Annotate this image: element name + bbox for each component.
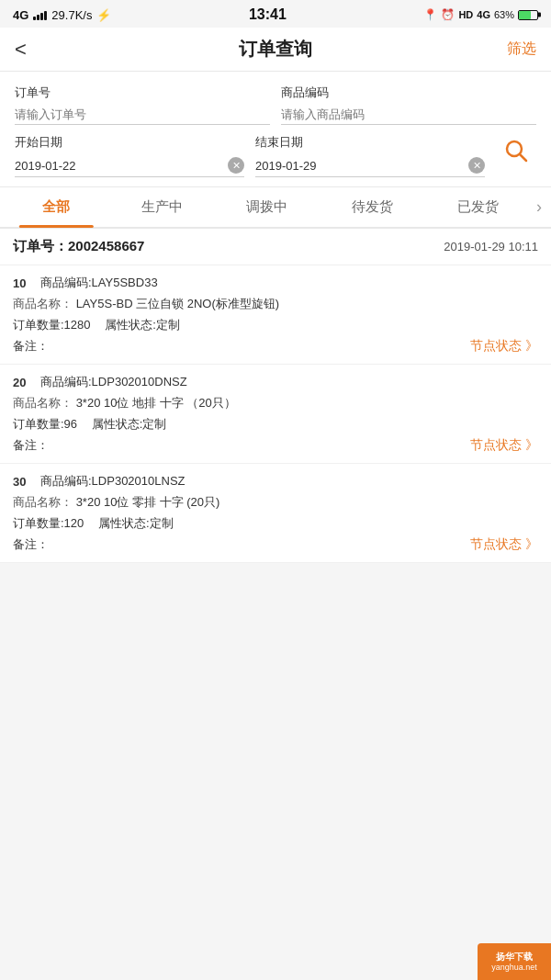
item-seq: 20 [13,376,33,389]
order-item: 10 商品编码:LAY5SBD33 商品名称： LAY5S-BD 三位自锁 2N… [0,265,551,365]
battery-icon [518,10,538,20]
location-icon: 📍 [423,8,437,21]
watermark: 扬华下载 yanghua.net [478,943,551,980]
tab-producing[interactable]: 生产中 [109,188,215,226]
item-name-label: 商品名称： [13,297,73,310]
item-attr-label: 属性状态:定制 [98,516,174,530]
order-card: 订单号：2002458667 2019-01-29 10:11 10 商品编码:… [0,229,551,563]
item-name-row: 商品名称： 3*20 10位 零排 十字 (20只) [13,494,538,511]
item-qty-row: 订单数量:1280 属性状态:定制 [13,317,538,333]
item-name-value: 3*20 10位 地排 十字 （20只） [76,396,236,410]
tab-shipped[interactable]: 已发货 [425,188,531,226]
item-name-label: 商品名称： [13,396,73,410]
start-date-value[interactable]: 2019-01-22 [15,159,228,173]
tabs-bar: 全部 生产中 调拨中 待发货 已发货 › [0,187,551,229]
order-number-label: 订单号 [15,84,270,101]
item-qty-label: 订单数量:1280 [13,318,91,332]
order-number-input[interactable] [15,105,270,125]
search-icon-wrap [496,134,536,171]
item-seq: 30 [13,475,33,489]
filter-button[interactable]: 筛选 [500,39,536,59]
start-date-clear-button[interactable]: ✕ [228,157,244,174]
watermark-text: 扬华下载 [491,951,537,963]
item-name-row: 商品名称： LAY5S-BD 三位自锁 2NO(标准型旋钮) [13,296,538,312]
page-title: 订单查询 [51,37,500,62]
product-code-group: 商品编码 [281,84,536,125]
item-code: 商品编码:LAY5SBD33 [40,275,158,291]
carrier-label: 4G [13,8,28,22]
tab-pending[interactable]: 待发货 [320,188,425,226]
item-top-row: 10 商品编码:LAY5SBD33 [13,275,538,291]
item-name-value: LAY5S-BD 三位自锁 2NO(标准型旋钮) [76,297,280,310]
node-status-button[interactable]: 节点状态 》 [470,437,538,454]
status-bar: 4G 29.7K/s ⚡ 13:41 📍 ⏰ HD 4G 63% [0,0,551,28]
tab-all[interactable]: 全部 [4,188,109,226]
status-left: 4G 29.7K/s ⚡ [13,8,111,22]
order-item: 20 商品编码:LDP302010DNSZ 商品名称： 3*20 10位 地排 … [0,365,551,464]
item-remark-label: 备注： [13,536,49,553]
start-date-input-wrap: 2019-01-22 ✕ [15,154,244,177]
end-date-label: 结束日期 [255,134,485,151]
item-remark-label: 备注： [13,437,49,454]
item-name-label: 商品名称： [13,495,73,509]
item-name-value: 3*20 10位 零排 十字 (20只) [76,495,220,509]
item-qty-label: 订单数量:96 [13,417,77,431]
end-date-input-wrap: 2019-01-29 ✕ [255,154,485,177]
item-code: 商品编码:LDP302010DNSZ [40,374,187,390]
item-qty-row: 订单数量:120 属性状态:定制 [13,515,538,532]
item-top-row: 30 商品编码:LDP302010LNSZ [13,473,538,490]
battery-percent: 63% [494,9,514,20]
svg-line-1 [520,154,526,161]
item-remark-row: 备注： 节点状态 》 [13,536,538,553]
item-top-row: 20 商品编码:LDP302010DNSZ [13,374,538,390]
signal-bars [33,9,47,20]
end-date-clear-button[interactable]: ✕ [468,157,485,174]
time-label: 13:41 [249,6,287,23]
tab-more-icon[interactable]: › [531,187,547,227]
product-code-input[interactable] [281,105,536,125]
item-seq: 10 [13,276,33,290]
item-remark-label: 备注： [13,338,49,355]
item-attr-label: 属性状态:定制 [92,417,167,431]
order-list: 订单号：2002458667 2019-01-29 10:11 10 商品编码:… [0,229,551,563]
order-number-group: 订单号 [15,84,270,125]
end-date-value[interactable]: 2019-01-29 [255,159,468,173]
search-button[interactable] [500,134,533,167]
item-qty-row: 订单数量:96 属性状态:定制 [13,416,538,433]
start-date-group: 开始日期 2019-01-22 ✕ [15,134,244,177]
end-date-group: 结束日期 2019-01-29 ✕ [255,134,485,177]
alarm-icon: ⏰ [441,8,455,21]
order-number: 订单号：2002458667 [13,238,144,255]
header: < 订单查询 筛选 [0,28,551,72]
back-button[interactable]: < [15,38,51,62]
item-remark-row: 备注： 节点状态 》 [13,437,538,454]
usb-icon: ⚡ [96,8,111,22]
node-status-button[interactable]: 节点状态 》 [470,338,538,355]
item-name-row: 商品名称： 3*20 10位 地排 十字 （20只） [13,395,538,411]
order-header: 订单号：2002458667 2019-01-29 10:11 [0,229,551,265]
product-code-label: 商品编码 [281,84,536,101]
network-label: 4G [477,9,490,20]
tab-transferring[interactable]: 调拨中 [215,188,320,226]
item-attr-label: 属性状态:定制 [105,318,180,332]
item-code: 商品编码:LDP302010LNSZ [40,473,186,490]
speed-label: 29.7K/s [51,8,92,22]
item-remark-row: 备注： 节点状态 》 [13,338,538,355]
hd-label: HD [458,9,473,20]
order-item: 30 商品编码:LDP302010LNSZ 商品名称： 3*20 10位 零排 … [0,464,551,563]
search-form: 订单号 商品编码 开始日期 2019-01-22 ✕ 结束日期 2019-01-… [0,72,551,187]
status-right: 📍 ⏰ HD 4G 63% [423,8,538,21]
item-qty-label: 订单数量:120 [13,516,84,530]
order-time: 2019-01-29 10:11 [444,240,538,253]
watermark-subtext: yanghua.net [491,963,537,974]
start-date-label: 开始日期 [15,134,244,151]
search-icon [503,138,529,163]
node-status-button[interactable]: 节点状态 》 [470,536,538,553]
